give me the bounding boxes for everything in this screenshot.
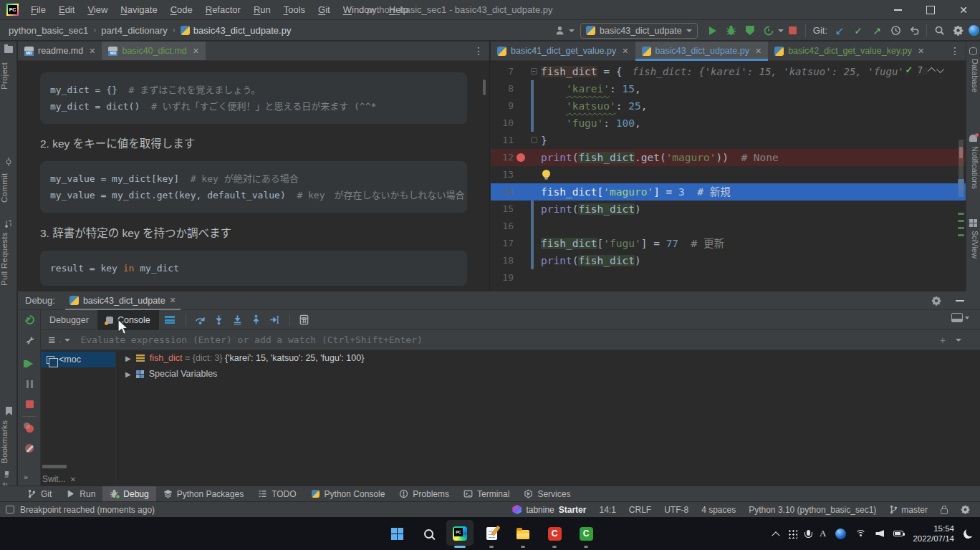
tray-sphere-icon[interactable]: [835, 529, 846, 539]
editor-line[interactable]: 10 'fugu': 100,: [491, 115, 966, 132]
code-with-me-icon[interactable]: [967, 22, 980, 39]
line-ending[interactable]: CRLF: [629, 505, 651, 515]
taskbar-explorer-icon[interactable]: [507, 517, 539, 550]
menu-navigate[interactable]: Navigate: [114, 0, 163, 20]
tool-window-button-python-packages[interactable]: Python Packages: [156, 486, 251, 502]
breadcrumb-item[interactable]: basic43_dict_udpate.py: [181, 25, 292, 36]
sciview-icon[interactable]: [969, 219, 977, 227]
editor-line[interactable]: 8 'karei': 15,: [491, 80, 966, 97]
read-only-lock-icon[interactable]: [941, 508, 948, 514]
status-message[interactable]: Breakpoint reached (moments ago): [20, 505, 155, 515]
editor-line[interactable]: 11}: [491, 132, 966, 149]
editor-tab[interactable]: basic43_dict_udpate.py✕: [635, 42, 769, 60]
scrollbar-thumb[interactable]: [42, 465, 67, 468]
taskbar-c-green-icon[interactable]: C: [570, 517, 602, 550]
editor-line[interactable]: 17fish_dict['fugu'] = 77 # 更新: [491, 235, 966, 252]
scrollbar-thumb[interactable]: [483, 79, 486, 95]
user-icon[interactable]: [550, 22, 569, 39]
editor-line[interactable]: 18print(fish_dict): [491, 252, 966, 269]
step-out-icon[interactable]: [247, 312, 266, 329]
editor-tab[interactable]: basic41_dict_get_value.py✕: [491, 42, 635, 60]
tool-window-button-debug[interactable]: Debug: [102, 486, 155, 502]
pull-requests-icon[interactable]: [4, 219, 13, 228]
tool-window-button-python-console[interactable]: Python Console: [304, 486, 393, 502]
expand-chevron-icon[interactable]: ▶: [125, 370, 131, 378]
tool-window-button-terminal[interactable]: Terminal: [456, 486, 517, 502]
tool-window-button-services[interactable]: Services: [517, 486, 577, 502]
editor-line[interactable]: 14fish_dict['maguro'] = 3 # 新規: [491, 183, 966, 201]
breadcrumb[interactable]: python_basic_sec1›part4_dictionary›basic…: [9, 25, 291, 36]
tool-tab-project[interactable]: Project: [0, 57, 17, 95]
fold-marker-icon[interactable]: [531, 137, 537, 143]
rerun-icon[interactable]: [23, 313, 36, 326]
debug-settings-gear-icon[interactable]: [931, 296, 941, 306]
layout-settings-icon[interactable]: [951, 313, 963, 322]
close-tab-icon[interactable]: ✕: [89, 47, 95, 56]
more-tool-icons[interactable]: »: [24, 473, 28, 481]
rollback-icon[interactable]: [905, 22, 923, 39]
python-interpreter[interactable]: Python 3.10 (python_basic_sec1): [749, 505, 876, 515]
menu-refactor[interactable]: Refactor: [199, 0, 247, 20]
tray-microphone-icon[interactable]: [807, 530, 810, 536]
view-breakpoints-icon[interactable]: [23, 422, 36, 435]
tool-tab-commit[interactable]: Commit: [0, 169, 17, 206]
code-editor[interactable]: ✓ 7 7−fish_dict = {fish_dict: {'karei': …: [491, 61, 966, 291]
user-dropdown-icon[interactable]: [569, 29, 575, 32]
run-configuration-select[interactable]: basic43_dict_udpate: [580, 23, 698, 39]
resume-program-icon[interactable]: [23, 357, 36, 370]
git-push-icon[interactable]: ↗: [868, 22, 886, 39]
variable-row[interactable]: ▶ fish_dict = {dict: 3} {'karei': 15, 'k…: [117, 350, 980, 366]
tool-window-button-todo[interactable]: TODO: [251, 486, 303, 502]
menu-code[interactable]: Code: [164, 0, 199, 20]
editor-line[interactable]: 19: [491, 269, 966, 286]
special-variables-row[interactable]: ▶ Special Variables: [117, 366, 980, 382]
caret-position[interactable]: 14:1: [599, 505, 615, 515]
tool-window-button-problems[interactable]: Problems: [392, 486, 456, 502]
frame-row[interactable]: <moc: [41, 352, 115, 367]
git-update-icon[interactable]: ↙: [830, 22, 849, 39]
mute-breakpoints-icon[interactable]: [23, 442, 36, 455]
event-log-icon[interactable]: [6, 506, 14, 513]
tab-debugger[interactable]: Debugger: [41, 310, 97, 330]
notifications-bell-icon[interactable]: [969, 135, 977, 142]
step-over-icon[interactable]: [191, 312, 210, 329]
watches-menu-icon[interactable]: ≣.: [48, 334, 70, 345]
menu-run[interactable]: Run: [247, 0, 277, 20]
run-with-coverage-button[interactable]: [741, 22, 759, 39]
tray-ime-icon[interactable]: A: [820, 528, 826, 539]
debug-button[interactable]: [722, 22, 741, 39]
editor-line[interactable]: 15print(fish_dict): [491, 201, 966, 218]
tool-tab-notifications[interactable]: Notifications: [969, 146, 979, 189]
debug-settings-wrench-icon[interactable]: 🔧︎: [23, 334, 36, 347]
close-icon[interactable]: ✕: [170, 296, 176, 305]
inspections-widget[interactable]: ✓ 7: [902, 64, 947, 76]
expand-chevron-icon[interactable]: ▶: [125, 354, 131, 362]
breakpoint-icon[interactable]: [517, 153, 525, 162]
menu-tools[interactable]: Tools: [277, 0, 312, 20]
evaluate-expression-icon[interactable]: [295, 312, 314, 329]
profiler-dropdown-icon[interactable]: [778, 29, 784, 32]
editor-line[interactable]: 7−fish_dict = {fish_dict: {'karei': 15, …: [491, 63, 966, 80]
close-tab-icon[interactable]: ✕: [755, 47, 762, 56]
taskbar-start-icon[interactable]: [381, 517, 413, 550]
show-execution-point-icon[interactable]: [165, 316, 175, 324]
maximize-button[interactable]: [914, 0, 947, 20]
debug-session-tab[interactable]: basic43_dict_udpate ✕: [65, 291, 181, 310]
history-icon[interactable]: [886, 22, 905, 39]
tray-battery-icon[interactable]: [893, 531, 903, 536]
fold-marker-icon[interactable]: −: [531, 68, 537, 74]
tool-window-button-git[interactable]: Git: [20, 486, 59, 502]
editor-line[interactable]: 13: [491, 166, 966, 183]
run-to-cursor-icon[interactable]: [266, 312, 284, 329]
scrollbar-thumb[interactable]: [959, 140, 964, 197]
editor-line[interactable]: 16: [491, 218, 966, 235]
close-tab-icon[interactable]: ✕: [622, 47, 628, 56]
tool-tab-bookmarks[interactable]: Bookmarks: [0, 418, 17, 465]
tray-hidden-icons-chevron[interactable]: [772, 531, 779, 539]
taskbar-clock[interactable]: 15:54 2022/07/14: [913, 524, 954, 544]
taskbar-pycharm-icon[interactable]: [444, 517, 476, 550]
more-options-icon[interactable]: ⋮: [474, 45, 484, 57]
stop-icon[interactable]: [23, 397, 36, 410]
stop-button[interactable]: [784, 22, 802, 39]
close-tab-icon[interactable]: ✕: [193, 47, 199, 56]
